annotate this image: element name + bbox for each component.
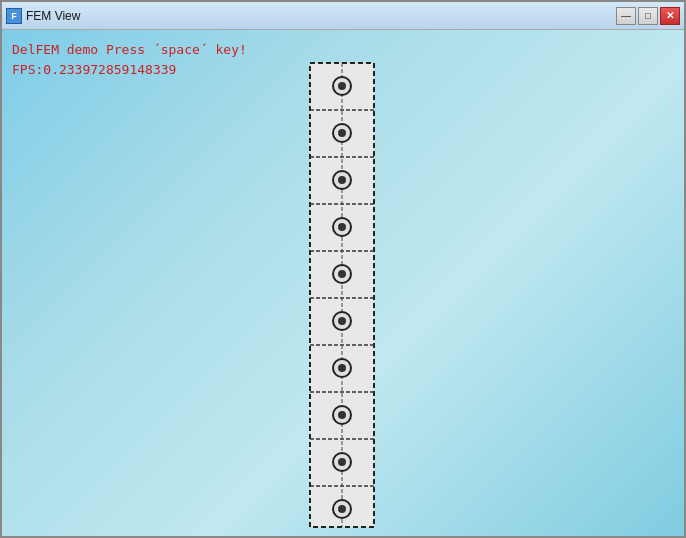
svg-point-23 bbox=[338, 317, 346, 325]
fps-display: FPS:0.233972859148339 bbox=[12, 60, 247, 80]
svg-point-31 bbox=[338, 505, 346, 513]
title-bar-left: F FEM View bbox=[6, 8, 80, 24]
svg-point-19 bbox=[338, 223, 346, 231]
svg-point-17 bbox=[338, 176, 346, 184]
close-button[interactable]: ✕ bbox=[660, 7, 680, 25]
main-window: F FEM View — □ ✕ DelFEM demo Press ´spac… bbox=[0, 0, 686, 538]
fem-column bbox=[307, 60, 377, 530]
content-area: DelFEM demo Press ´space´ key! FPS:0.233… bbox=[2, 30, 684, 536]
minimize-button[interactable]: — bbox=[616, 7, 636, 25]
svg-point-25 bbox=[338, 364, 346, 372]
maximize-button[interactable]: □ bbox=[638, 7, 658, 25]
demo-label: DelFEM demo bbox=[12, 42, 98, 57]
window-title: FEM View bbox=[26, 9, 80, 23]
svg-point-15 bbox=[338, 129, 346, 137]
svg-point-13 bbox=[338, 82, 346, 90]
demo-text-area: DelFEM demo Press ´space´ key! FPS:0.233… bbox=[12, 40, 247, 79]
svg-point-29 bbox=[338, 458, 346, 466]
fem-mesh-svg bbox=[307, 60, 377, 530]
demo-title-line: DelFEM demo Press ´space´ key! bbox=[12, 40, 247, 60]
press-text: Press ´space´ key! bbox=[106, 42, 247, 57]
title-bar: F FEM View — □ ✕ bbox=[2, 2, 684, 30]
title-buttons: — □ ✕ bbox=[616, 7, 680, 25]
svg-point-27 bbox=[338, 411, 346, 419]
svg-point-21 bbox=[338, 270, 346, 278]
window-icon: F bbox=[6, 8, 22, 24]
